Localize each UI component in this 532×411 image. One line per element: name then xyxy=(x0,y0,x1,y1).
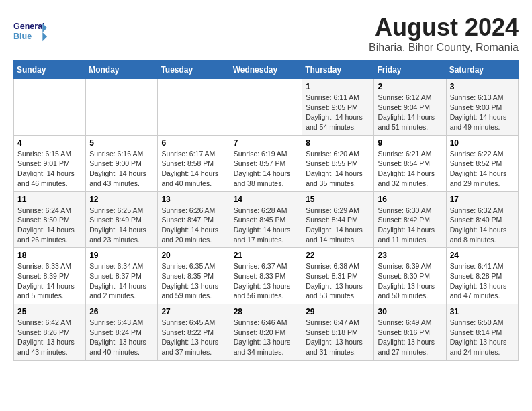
day-info: Sunrise: 6:35 AM Sunset: 8:35 PM Dayligh… xyxy=(161,261,226,301)
week-row-4: 18Sunrise: 6:33 AM Sunset: 8:39 PM Dayli… xyxy=(14,248,519,304)
day-info: Sunrise: 6:37 AM Sunset: 8:33 PM Dayligh… xyxy=(234,261,299,301)
day-cell: 25Sunrise: 6:42 AM Sunset: 8:26 PM Dayli… xyxy=(14,304,86,361)
svg-text:General: General xyxy=(13,21,45,31)
day-info: Sunrise: 6:15 AM Sunset: 9:01 PM Dayligh… xyxy=(17,149,82,189)
header-cell-sunday: Sunday xyxy=(14,61,86,79)
day-cell xyxy=(86,79,158,136)
day-number: 19 xyxy=(89,250,154,260)
day-cell: 28Sunrise: 6:46 AM Sunset: 8:20 PM Dayli… xyxy=(230,304,302,361)
calendar-table: SundayMondayTuesdayWednesdayThursdayFrid… xyxy=(13,60,519,361)
day-number: 14 xyxy=(234,195,299,204)
page-title: August 2024 xyxy=(369,13,519,42)
day-cell: 23Sunrise: 6:39 AM Sunset: 8:30 PM Dayli… xyxy=(374,248,446,304)
day-number: 22 xyxy=(306,250,370,260)
day-info: Sunrise: 6:21 AM Sunset: 8:54 PM Dayligh… xyxy=(378,149,442,189)
day-number: 15 xyxy=(306,195,370,204)
day-info: Sunrise: 6:46 AM Sunset: 8:20 PM Dayligh… xyxy=(234,318,299,357)
day-number: 31 xyxy=(450,307,515,316)
day-info: Sunrise: 6:13 AM Sunset: 9:03 PM Dayligh… xyxy=(450,93,515,132)
week-row-5: 25Sunrise: 6:42 AM Sunset: 8:26 PM Dayli… xyxy=(14,304,519,361)
logo-svg: General Blue xyxy=(13,13,47,47)
day-info: Sunrise: 6:32 AM Sunset: 8:40 PM Dayligh… xyxy=(450,205,515,245)
day-number: 21 xyxy=(234,250,299,260)
day-number: 8 xyxy=(306,138,370,148)
day-info: Sunrise: 6:12 AM Sunset: 9:04 PM Dayligh… xyxy=(378,93,442,132)
day-info: Sunrise: 6:26 AM Sunset: 8:47 PM Dayligh… xyxy=(161,205,226,245)
day-info: Sunrise: 6:42 AM Sunset: 8:26 PM Dayligh… xyxy=(17,318,82,357)
day-cell: 17Sunrise: 6:32 AM Sunset: 8:40 PM Dayli… xyxy=(446,191,518,248)
day-number: 25 xyxy=(17,307,82,316)
day-info: Sunrise: 6:47 AM Sunset: 8:18 PM Dayligh… xyxy=(306,318,370,357)
day-info: Sunrise: 6:43 AM Sunset: 8:24 PM Dayligh… xyxy=(89,318,154,357)
day-info: Sunrise: 6:39 AM Sunset: 8:30 PM Dayligh… xyxy=(378,261,442,301)
day-info: Sunrise: 6:50 AM Sunset: 8:14 PM Dayligh… xyxy=(450,318,515,357)
day-cell: 8Sunrise: 6:20 AM Sunset: 8:55 PM Daylig… xyxy=(302,135,374,191)
day-number: 2 xyxy=(378,82,442,91)
day-info: Sunrise: 6:20 AM Sunset: 8:55 PM Dayligh… xyxy=(306,149,370,189)
day-cell: 16Sunrise: 6:30 AM Sunset: 8:42 PM Dayli… xyxy=(374,191,446,248)
day-info: Sunrise: 6:38 AM Sunset: 8:31 PM Dayligh… xyxy=(306,261,370,301)
day-cell xyxy=(14,79,86,136)
day-info: Sunrise: 6:34 AM Sunset: 8:37 PM Dayligh… xyxy=(89,261,154,301)
week-row-1: 1Sunrise: 6:11 AM Sunset: 9:05 PM Daylig… xyxy=(14,79,519,136)
day-info: Sunrise: 6:45 AM Sunset: 8:22 PM Dayligh… xyxy=(161,318,226,357)
day-number: 5 xyxy=(89,138,154,148)
day-cell: 6Sunrise: 6:17 AM Sunset: 8:58 PM Daylig… xyxy=(158,135,230,191)
day-cell: 19Sunrise: 6:34 AM Sunset: 8:37 PM Dayli… xyxy=(86,248,158,304)
day-cell: 12Sunrise: 6:25 AM Sunset: 8:49 PM Dayli… xyxy=(86,191,158,248)
day-number: 23 xyxy=(378,250,442,260)
day-number: 16 xyxy=(378,195,442,204)
header-cell-tuesday: Tuesday xyxy=(158,61,230,79)
calendar-body: 1Sunrise: 6:11 AM Sunset: 9:05 PM Daylig… xyxy=(14,79,519,361)
page-header: General Blue August 2024 Biharia, Bihor … xyxy=(13,13,519,54)
day-number: 24 xyxy=(450,250,515,260)
week-row-3: 11Sunrise: 6:24 AM Sunset: 8:50 PM Dayli… xyxy=(14,191,519,248)
day-cell: 4Sunrise: 6:15 AM Sunset: 9:01 PM Daylig… xyxy=(14,135,86,191)
day-cell: 9Sunrise: 6:21 AM Sunset: 8:54 PM Daylig… xyxy=(374,135,446,191)
day-cell: 7Sunrise: 6:19 AM Sunset: 8:57 PM Daylig… xyxy=(230,135,302,191)
day-cell: 15Sunrise: 6:29 AM Sunset: 8:44 PM Dayli… xyxy=(302,191,374,248)
day-cell xyxy=(230,79,302,136)
day-number: 26 xyxy=(89,307,154,316)
day-cell: 31Sunrise: 6:50 AM Sunset: 8:14 PM Dayli… xyxy=(446,304,518,361)
day-cell: 2Sunrise: 6:12 AM Sunset: 9:04 PM Daylig… xyxy=(374,79,446,136)
day-number: 11 xyxy=(17,195,82,204)
day-info: Sunrise: 6:25 AM Sunset: 8:49 PM Dayligh… xyxy=(89,205,154,245)
day-number: 9 xyxy=(378,138,442,148)
calendar-header: SundayMondayTuesdayWednesdayThursdayFrid… xyxy=(14,61,519,79)
day-info: Sunrise: 6:41 AM Sunset: 8:28 PM Dayligh… xyxy=(450,261,515,301)
day-number: 12 xyxy=(89,195,154,204)
day-cell xyxy=(158,79,230,136)
day-number: 20 xyxy=(161,250,226,260)
week-row-2: 4Sunrise: 6:15 AM Sunset: 9:01 PM Daylig… xyxy=(14,135,519,191)
day-cell: 22Sunrise: 6:38 AM Sunset: 8:31 PM Dayli… xyxy=(302,248,374,304)
day-info: Sunrise: 6:30 AM Sunset: 8:42 PM Dayligh… xyxy=(378,205,442,245)
title-block: August 2024 Biharia, Bihor County, Roman… xyxy=(369,13,519,54)
day-number: 3 xyxy=(450,82,515,91)
day-number: 7 xyxy=(234,138,299,148)
day-cell: 10Sunrise: 6:22 AM Sunset: 8:52 PM Dayli… xyxy=(446,135,518,191)
day-cell: 26Sunrise: 6:43 AM Sunset: 8:24 PM Dayli… xyxy=(86,304,158,361)
day-cell: 21Sunrise: 6:37 AM Sunset: 8:33 PM Dayli… xyxy=(230,248,302,304)
day-info: Sunrise: 6:29 AM Sunset: 8:44 PM Dayligh… xyxy=(306,205,370,245)
day-info: Sunrise: 6:16 AM Sunset: 9:00 PM Dayligh… xyxy=(89,149,154,189)
day-cell: 24Sunrise: 6:41 AM Sunset: 8:28 PM Dayli… xyxy=(446,248,518,304)
day-cell: 5Sunrise: 6:16 AM Sunset: 9:00 PM Daylig… xyxy=(86,135,158,191)
day-info: Sunrise: 6:19 AM Sunset: 8:57 PM Dayligh… xyxy=(234,149,299,189)
day-number: 1 xyxy=(306,82,370,91)
day-number: 10 xyxy=(450,138,515,148)
day-number: 29 xyxy=(306,307,370,316)
day-number: 30 xyxy=(378,307,442,316)
day-cell: 27Sunrise: 6:45 AM Sunset: 8:22 PM Dayli… xyxy=(158,304,230,361)
day-info: Sunrise: 6:22 AM Sunset: 8:52 PM Dayligh… xyxy=(450,149,515,189)
day-cell: 3Sunrise: 6:13 AM Sunset: 9:03 PM Daylig… xyxy=(446,79,518,136)
day-cell: 20Sunrise: 6:35 AM Sunset: 8:35 PM Dayli… xyxy=(158,248,230,304)
day-number: 6 xyxy=(161,138,226,148)
header-cell-thursday: Thursday xyxy=(302,61,374,79)
day-cell: 29Sunrise: 6:47 AM Sunset: 8:18 PM Dayli… xyxy=(302,304,374,361)
svg-text:Blue: Blue xyxy=(13,32,32,41)
day-info: Sunrise: 6:17 AM Sunset: 8:58 PM Dayligh… xyxy=(161,149,226,189)
day-info: Sunrise: 6:24 AM Sunset: 8:50 PM Dayligh… xyxy=(17,205,82,245)
day-number: 18 xyxy=(17,250,82,260)
day-info: Sunrise: 6:49 AM Sunset: 8:16 PM Dayligh… xyxy=(378,318,442,357)
